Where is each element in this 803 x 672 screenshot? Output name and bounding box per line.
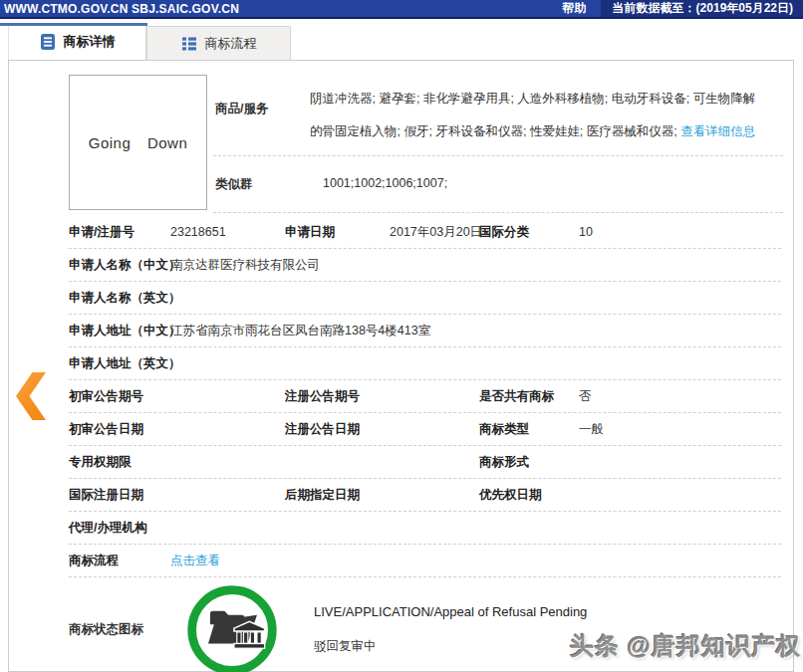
field-row-applicant-name-en: 申请人名称（英文） <box>69 282 781 315</box>
field-label: 商标形式 <box>479 455 579 470</box>
row-divider <box>213 212 783 213</box>
tab-label: 商标详情 <box>64 33 116 51</box>
field-row-agency: 代理/办理机构 <box>69 512 781 545</box>
field-label: 注册公告日期 <box>285 422 390 437</box>
field-row-international-registration-date: 国际注册日期 后期指定日期 优先权日期 <box>69 479 781 512</box>
help-link[interactable]: 帮助 <box>563 0 587 17</box>
field-label: 国际分类 <box>479 225 579 240</box>
field-label: 注册公告期号 <box>285 389 390 404</box>
field-label-goods: 商品/服务 <box>215 101 268 117</box>
field-value: 江苏省南京市雨花台区凤台南路138号4楼413室 <box>170 324 781 338</box>
field-row-first-gazette-number: 初审公告期号 注册公告期号 是否共有商标 否 <box>69 380 781 413</box>
field-label: 国际注册日期 <box>69 488 170 503</box>
field-label: 申请人名称（英文） <box>69 291 170 306</box>
status-text-block: LIVE/APPLICATION/Appeal of Refusal Pendi… <box>314 604 587 655</box>
field-value: 一般 <box>579 422 781 437</box>
click-to-view-link[interactable]: 点击查看 <box>170 554 220 567</box>
field-label: 商标流程 <box>69 554 170 568</box>
title-bar: WWW.CTMO.GOV.CN SBJ.SAIC.GOV.CN 帮助 当前数据截… <box>0 0 803 19</box>
field-label: 是否共有商标 <box>479 389 579 404</box>
field-value: 2017年03月20日 <box>390 225 479 240</box>
field-value: 23218651 <box>170 225 285 240</box>
tab-trademark-process[interactable]: 商标流程 <box>146 26 291 60</box>
field-label: 初审公告期号 <box>69 389 170 404</box>
field-label: 专用权期限 <box>69 455 170 470</box>
field-label: 优先权日期 <box>479 488 579 503</box>
trademark-status-icon <box>184 582 280 672</box>
active-tab-accent-line <box>0 23 147 26</box>
site-address: WWW.CTMO.GOV.CN SBJ.SAIC.GOV.CN <box>0 2 239 16</box>
field-label: 商标状态图标 <box>69 621 170 638</box>
trademark-name-text: Going Down <box>89 134 188 151</box>
bulleted-list-icon <box>181 36 197 52</box>
tab-bar: 商标详情 商标流程 <box>8 23 291 60</box>
field-row-first-gazette-date: 初审公告日期 注册公告日期 商标类型 一般 <box>69 413 781 446</box>
field-value: 否 <box>579 389 781 404</box>
field-label: 申请/注册号 <box>69 225 170 240</box>
field-row-trademark-process: 商标流程 点击查看 <box>69 545 781 577</box>
trademark-image: Going Down <box>69 75 207 210</box>
field-row-applicant-address-cn: 申请人地址（中文） 江苏省南京市雨花台区凤台南路138号4楼413室 <box>69 315 781 347</box>
field-row-applicant-address-en: 申请人地址（英文） <box>69 347 781 380</box>
trademark-detail-panel: Going Down 商品/服务 阴道冲洗器; 避孕套; 非化学避孕用具; 人造… <box>8 60 794 672</box>
field-label: 申请日期 <box>285 225 390 240</box>
status-line-chinese: 驳回复审中 <box>314 638 587 655</box>
field-label: 申请人地址（中文） <box>69 324 170 338</box>
field-label: 申请人地址（英文） <box>69 356 170 371</box>
tab-label: 商标流程 <box>205 35 257 53</box>
field-row-applicant-name-cn: 申请人名称（中文） 南京达群医疗科技有限公司 <box>69 249 781 282</box>
field-label: 后期指定日期 <box>285 488 390 503</box>
similar-group-value: 1001;1002;1006;1007; <box>323 176 447 190</box>
row-divider <box>213 155 783 156</box>
field-value: 10 <box>579 225 781 240</box>
view-detail-link[interactable]: 查看详细信息 <box>680 124 755 138</box>
document-list-icon <box>40 34 56 50</box>
goods-services-value: 阴道冲洗器; 避孕套; 非化学避孕用具; 人造外科移植物; 电动牙科设备; 可生… <box>310 83 766 148</box>
field-value: 南京达群医疗科技有限公司 <box>170 258 781 273</box>
field-label: 初审公告日期 <box>69 422 170 437</box>
field-row-trademark-status: 商标状态图标 LIVE/APPLICATION/Appeal of Refusa… <box>69 577 781 672</box>
field-label-similar-group: 类似群 <box>215 176 253 193</box>
field-row-application-number: 申请/注册号 23218651 申请日期 2017年03月20日 国际分类 10 <box>69 216 781 249</box>
field-row-exclusive-right-period: 专用权期限 商标形式 <box>69 446 781 479</box>
field-label: 申请人名称（中文） <box>69 258 170 273</box>
tab-trademark-detail[interactable]: 商标详情 <box>8 23 146 60</box>
trademark-summary-section: Going Down 商品/服务 阴道冲洗器; 避孕套; 非化学避孕用具; 人造… <box>9 61 793 216</box>
field-label: 代理/办理机构 <box>69 521 170 536</box>
field-label: 商标类型 <box>479 422 579 437</box>
data-cutoff-date: 当前数据截至：(2019年05月22日) <box>601 0 803 17</box>
status-line-english: LIVE/APPLICATION/Appeal of Refusal Pendi… <box>314 604 587 619</box>
